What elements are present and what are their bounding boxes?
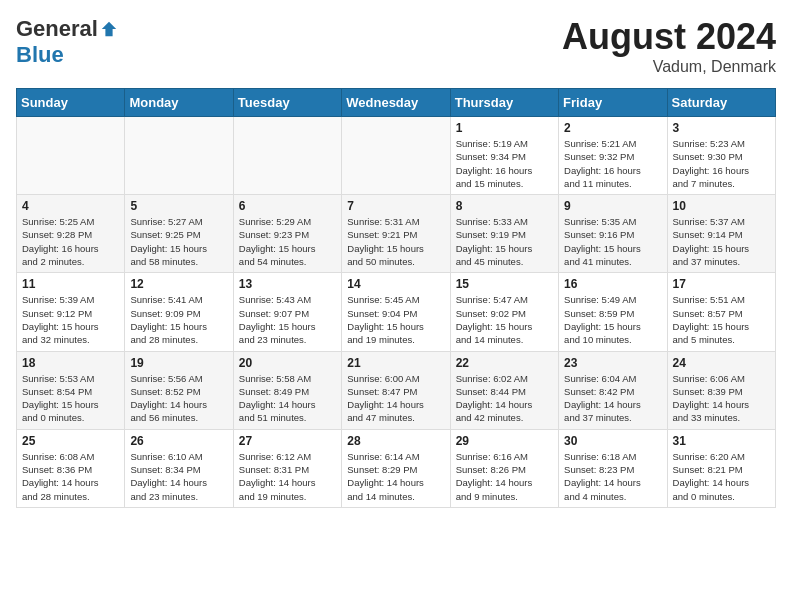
- day-info: Sunrise: 5:47 AM Sunset: 9:02 PM Dayligh…: [456, 293, 553, 346]
- calendar-cell: 7Sunrise: 5:31 AM Sunset: 9:21 PM Daylig…: [342, 195, 450, 273]
- day-number: 18: [22, 356, 119, 370]
- calendar-week-row: 25Sunrise: 6:08 AM Sunset: 8:36 PM Dayli…: [17, 429, 776, 507]
- day-info: Sunrise: 5:45 AM Sunset: 9:04 PM Dayligh…: [347, 293, 444, 346]
- calendar-day-header: Monday: [125, 89, 233, 117]
- day-info: Sunrise: 6:18 AM Sunset: 8:23 PM Dayligh…: [564, 450, 661, 503]
- day-number: 2: [564, 121, 661, 135]
- day-info: Sunrise: 5:27 AM Sunset: 9:25 PM Dayligh…: [130, 215, 227, 268]
- day-info: Sunrise: 5:43 AM Sunset: 9:07 PM Dayligh…: [239, 293, 336, 346]
- day-number: 27: [239, 434, 336, 448]
- day-info: Sunrise: 5:35 AM Sunset: 9:16 PM Dayligh…: [564, 215, 661, 268]
- day-number: 3: [673, 121, 770, 135]
- calendar-cell: 18Sunrise: 5:53 AM Sunset: 8:54 PM Dayli…: [17, 351, 125, 429]
- day-number: 23: [564, 356, 661, 370]
- day-number: 12: [130, 277, 227, 291]
- day-info: Sunrise: 5:21 AM Sunset: 9:32 PM Dayligh…: [564, 137, 661, 190]
- day-number: 7: [347, 199, 444, 213]
- calendar-day-header: Tuesday: [233, 89, 341, 117]
- calendar-cell: [233, 117, 341, 195]
- day-info: Sunrise: 6:02 AM Sunset: 8:44 PM Dayligh…: [456, 372, 553, 425]
- calendar-cell: 30Sunrise: 6:18 AM Sunset: 8:23 PM Dayli…: [559, 429, 667, 507]
- calendar-cell: 25Sunrise: 6:08 AM Sunset: 8:36 PM Dayli…: [17, 429, 125, 507]
- calendar-cell: 21Sunrise: 6:00 AM Sunset: 8:47 PM Dayli…: [342, 351, 450, 429]
- calendar-cell: 28Sunrise: 6:14 AM Sunset: 8:29 PM Dayli…: [342, 429, 450, 507]
- day-number: 24: [673, 356, 770, 370]
- day-number: 13: [239, 277, 336, 291]
- calendar-cell: [17, 117, 125, 195]
- day-number: 28: [347, 434, 444, 448]
- logo-general-text: General: [16, 16, 98, 42]
- day-info: Sunrise: 6:16 AM Sunset: 8:26 PM Dayligh…: [456, 450, 553, 503]
- day-info: Sunrise: 6:20 AM Sunset: 8:21 PM Dayligh…: [673, 450, 770, 503]
- day-info: Sunrise: 6:06 AM Sunset: 8:39 PM Dayligh…: [673, 372, 770, 425]
- day-info: Sunrise: 5:58 AM Sunset: 8:49 PM Dayligh…: [239, 372, 336, 425]
- calendar-cell: 31Sunrise: 6:20 AM Sunset: 8:21 PM Dayli…: [667, 429, 775, 507]
- calendar-cell: 4Sunrise: 5:25 AM Sunset: 9:28 PM Daylig…: [17, 195, 125, 273]
- calendar-cell: 27Sunrise: 6:12 AM Sunset: 8:31 PM Dayli…: [233, 429, 341, 507]
- calendar-cell: 1Sunrise: 5:19 AM Sunset: 9:34 PM Daylig…: [450, 117, 558, 195]
- calendar-day-header: Thursday: [450, 89, 558, 117]
- day-info: Sunrise: 5:49 AM Sunset: 8:59 PM Dayligh…: [564, 293, 661, 346]
- day-info: Sunrise: 6:14 AM Sunset: 8:29 PM Dayligh…: [347, 450, 444, 503]
- calendar-cell: 22Sunrise: 6:02 AM Sunset: 8:44 PM Dayli…: [450, 351, 558, 429]
- day-number: 9: [564, 199, 661, 213]
- day-info: Sunrise: 5:41 AM Sunset: 9:09 PM Dayligh…: [130, 293, 227, 346]
- calendar-cell: 29Sunrise: 6:16 AM Sunset: 8:26 PM Dayli…: [450, 429, 558, 507]
- day-info: Sunrise: 5:31 AM Sunset: 9:21 PM Dayligh…: [347, 215, 444, 268]
- day-number: 25: [22, 434, 119, 448]
- day-number: 6: [239, 199, 336, 213]
- day-info: Sunrise: 6:04 AM Sunset: 8:42 PM Dayligh…: [564, 372, 661, 425]
- day-number: 20: [239, 356, 336, 370]
- calendar-cell: 14Sunrise: 5:45 AM Sunset: 9:04 PM Dayli…: [342, 273, 450, 351]
- day-info: Sunrise: 5:23 AM Sunset: 9:30 PM Dayligh…: [673, 137, 770, 190]
- day-number: 29: [456, 434, 553, 448]
- day-number: 21: [347, 356, 444, 370]
- calendar-cell: 13Sunrise: 5:43 AM Sunset: 9:07 PM Dayli…: [233, 273, 341, 351]
- day-number: 31: [673, 434, 770, 448]
- calendar-cell: 16Sunrise: 5:49 AM Sunset: 8:59 PM Dayli…: [559, 273, 667, 351]
- day-number: 5: [130, 199, 227, 213]
- day-info: Sunrise: 5:29 AM Sunset: 9:23 PM Dayligh…: [239, 215, 336, 268]
- calendar-week-row: 1Sunrise: 5:19 AM Sunset: 9:34 PM Daylig…: [17, 117, 776, 195]
- day-number: 30: [564, 434, 661, 448]
- day-number: 10: [673, 199, 770, 213]
- calendar-day-header: Friday: [559, 89, 667, 117]
- calendar-cell: 26Sunrise: 6:10 AM Sunset: 8:34 PM Dayli…: [125, 429, 233, 507]
- day-info: Sunrise: 5:56 AM Sunset: 8:52 PM Dayligh…: [130, 372, 227, 425]
- calendar-cell: 23Sunrise: 6:04 AM Sunset: 8:42 PM Dayli…: [559, 351, 667, 429]
- logo-blue-text: Blue: [16, 42, 64, 68]
- calendar-cell: 15Sunrise: 5:47 AM Sunset: 9:02 PM Dayli…: [450, 273, 558, 351]
- calendar-cell: 12Sunrise: 5:41 AM Sunset: 9:09 PM Dayli…: [125, 273, 233, 351]
- calendar-cell: 2Sunrise: 5:21 AM Sunset: 9:32 PM Daylig…: [559, 117, 667, 195]
- calendar-cell: 5Sunrise: 5:27 AM Sunset: 9:25 PM Daylig…: [125, 195, 233, 273]
- calendar-day-header: Saturday: [667, 89, 775, 117]
- day-number: 26: [130, 434, 227, 448]
- day-number: 16: [564, 277, 661, 291]
- calendar-cell: 10Sunrise: 5:37 AM Sunset: 9:14 PM Dayli…: [667, 195, 775, 273]
- logo-icon: [100, 20, 118, 38]
- day-info: Sunrise: 6:00 AM Sunset: 8:47 PM Dayligh…: [347, 372, 444, 425]
- day-number: 17: [673, 277, 770, 291]
- calendar-table: SundayMondayTuesdayWednesdayThursdayFrid…: [16, 88, 776, 508]
- day-number: 14: [347, 277, 444, 291]
- calendar-cell: 24Sunrise: 6:06 AM Sunset: 8:39 PM Dayli…: [667, 351, 775, 429]
- day-info: Sunrise: 5:19 AM Sunset: 9:34 PM Dayligh…: [456, 137, 553, 190]
- day-info: Sunrise: 5:51 AM Sunset: 8:57 PM Dayligh…: [673, 293, 770, 346]
- day-info: Sunrise: 5:25 AM Sunset: 9:28 PM Dayligh…: [22, 215, 119, 268]
- page-header: General Blue August 2024 Vadum, Denmark: [16, 16, 776, 76]
- day-info: Sunrise: 5:53 AM Sunset: 8:54 PM Dayligh…: [22, 372, 119, 425]
- calendar-cell: [125, 117, 233, 195]
- day-info: Sunrise: 6:12 AM Sunset: 8:31 PM Dayligh…: [239, 450, 336, 503]
- logo: General Blue: [16, 16, 118, 68]
- calendar-cell: 8Sunrise: 5:33 AM Sunset: 9:19 PM Daylig…: [450, 195, 558, 273]
- day-number: 4: [22, 199, 119, 213]
- day-info: Sunrise: 6:10 AM Sunset: 8:34 PM Dayligh…: [130, 450, 227, 503]
- svg-marker-0: [102, 22, 116, 36]
- day-number: 11: [22, 277, 119, 291]
- calendar-day-header: Wednesday: [342, 89, 450, 117]
- calendar-cell: 9Sunrise: 5:35 AM Sunset: 9:16 PM Daylig…: [559, 195, 667, 273]
- day-info: Sunrise: 5:39 AM Sunset: 9:12 PM Dayligh…: [22, 293, 119, 346]
- month-year-title: August 2024: [562, 16, 776, 58]
- calendar-cell: 3Sunrise: 5:23 AM Sunset: 9:30 PM Daylig…: [667, 117, 775, 195]
- calendar-cell: 17Sunrise: 5:51 AM Sunset: 8:57 PM Dayli…: [667, 273, 775, 351]
